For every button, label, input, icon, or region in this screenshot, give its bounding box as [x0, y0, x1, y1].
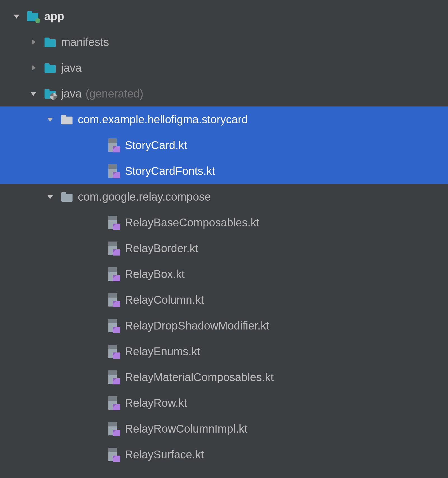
project-tree: app manifests java java(generated) com.e… — [0, 0, 448, 467]
kotlin-file-icon — [107, 138, 121, 152]
svg-rect-60 — [108, 396, 117, 401]
tree-row-manifests[interactable]: manifests — [0, 29, 448, 55]
tree-row-relay-column[interactable]: RelayColumn.kt — [0, 287, 448, 313]
tree-item-label: RelayDropShadowModifier.kt — [125, 320, 269, 331]
svg-rect-65 — [108, 422, 117, 426]
tree-item-label: RelayBaseComposables.kt — [125, 217, 259, 228]
tree-item-label: java — [61, 62, 81, 73]
tree-item-label: RelayColumn.kt — [125, 294, 204, 305]
svg-rect-70 — [108, 448, 117, 452]
kotlin-file-icon — [107, 344, 121, 358]
tree-item-suffix: (generated) — [85, 88, 143, 99]
kotlin-file-icon — [107, 396, 121, 410]
kotlin-file-icon — [107, 293, 121, 307]
chevron-down-icon[interactable] — [26, 87, 40, 101]
tree-row-java-gen[interactable]: java(generated) — [0, 81, 448, 106]
chevron-right-icon[interactable] — [26, 35, 40, 49]
tree-item-label: RelayRow.kt — [125, 397, 187, 409]
svg-rect-45 — [108, 319, 117, 323]
tree-item-label: com.example.hellofigma.storycard — [78, 114, 248, 125]
tree-item-label: RelaySurface.kt — [125, 449, 204, 460]
kotlin-file-icon — [107, 422, 121, 436]
tree-row-relay-box[interactable]: RelayBox.kt — [0, 261, 448, 287]
kotlin-file-icon — [107, 370, 121, 384]
kotlin-file-icon — [107, 447, 121, 461]
tree-item-label: RelayBox.kt — [125, 268, 185, 280]
svg-rect-6 — [45, 63, 50, 66]
svg-rect-30 — [108, 242, 117, 246]
chevron-down-icon[interactable] — [43, 190, 57, 204]
tree-row-storycardfonts-kt[interactable]: StoryCardFonts.kt — [0, 158, 448, 184]
svg-rect-8 — [45, 89, 50, 92]
kotlin-file-icon — [107, 215, 121, 229]
tree-row-storycard-kt[interactable]: StoryCard.kt — [0, 132, 448, 158]
svg-rect-55 — [108, 370, 117, 375]
svg-rect-10 — [61, 117, 73, 124]
tree-item-label: RelayRowColumnImpl.kt — [125, 423, 248, 434]
tree-item-label: com.google.relay.compose — [78, 191, 211, 202]
svg-rect-23 — [61, 192, 66, 195]
tree-row-relay-dropshadow[interactable]: RelayDropShadowModifier.kt — [0, 313, 448, 338]
kotlin-file-icon — [107, 164, 121, 178]
kotlin-file-icon — [107, 319, 121, 333]
tree-row-relay-surface[interactable]: RelaySurface.kt — [0, 442, 448, 467]
svg-rect-11 — [61, 115, 66, 118]
tree-row-pkg-storycard[interactable]: com.example.hellofigma.storycard — [0, 106, 448, 132]
svg-rect-3 — [45, 39, 56, 47]
tree-item-label: java — [61, 88, 81, 99]
tree-item-label: RelayMaterialComposables.kt — [125, 372, 274, 383]
tree-item-label: StoryCard.kt — [125, 140, 187, 151]
tree-item-label: RelayEnums.kt — [125, 346, 200, 357]
svg-rect-1 — [27, 11, 32, 14]
tree-row-relay-rowcol[interactable]: RelayRowColumnImpl.kt — [0, 416, 448, 442]
kotlin-file-icon — [107, 267, 121, 281]
chevron-down-icon[interactable] — [43, 112, 57, 126]
tree-row-pkg-relay[interactable]: com.google.relay.compose — [0, 184, 448, 210]
chevron-down-icon[interactable] — [10, 9, 24, 23]
tree-row-relay-enums[interactable]: RelayEnums.kt — [0, 338, 448, 364]
package-folder-icon — [60, 190, 74, 204]
folder-icon — [43, 61, 57, 75]
svg-rect-40 — [108, 293, 117, 298]
tree-row-relay-border[interactable]: RelayBorder.kt — [0, 235, 448, 261]
generated-folder-icon — [43, 87, 57, 101]
tree-item-label: RelayBorder.kt — [125, 243, 198, 254]
package-folder-icon — [60, 112, 74, 126]
kotlin-file-icon — [107, 241, 121, 255]
tree-row-java[interactable]: java — [0, 55, 448, 81]
tree-row-relay-row[interactable]: RelayRow.kt — [0, 390, 448, 416]
svg-rect-35 — [108, 267, 117, 272]
tree-item-label: manifests — [61, 36, 109, 48]
svg-rect-4 — [45, 38, 50, 40]
module-icon — [26, 9, 40, 23]
folder-icon — [43, 35, 57, 49]
svg-rect-18 — [108, 164, 117, 169]
svg-rect-22 — [61, 194, 73, 202]
chevron-right-icon[interactable] — [26, 61, 40, 75]
tree-row-app[interactable]: app — [0, 3, 448, 29]
tree-row-relay-base[interactable]: RelayBaseComposables.kt — [0, 210, 448, 235]
svg-rect-5 — [45, 65, 56, 73]
tree-item-label: StoryCardFonts.kt — [125, 165, 215, 177]
svg-rect-13 — [108, 138, 117, 143]
svg-rect-50 — [108, 345, 117, 349]
svg-rect-25 — [108, 216, 117, 220]
tree-item-label: app — [44, 11, 64, 22]
tree-row-relay-material[interactable]: RelayMaterialComposables.kt — [0, 364, 448, 390]
